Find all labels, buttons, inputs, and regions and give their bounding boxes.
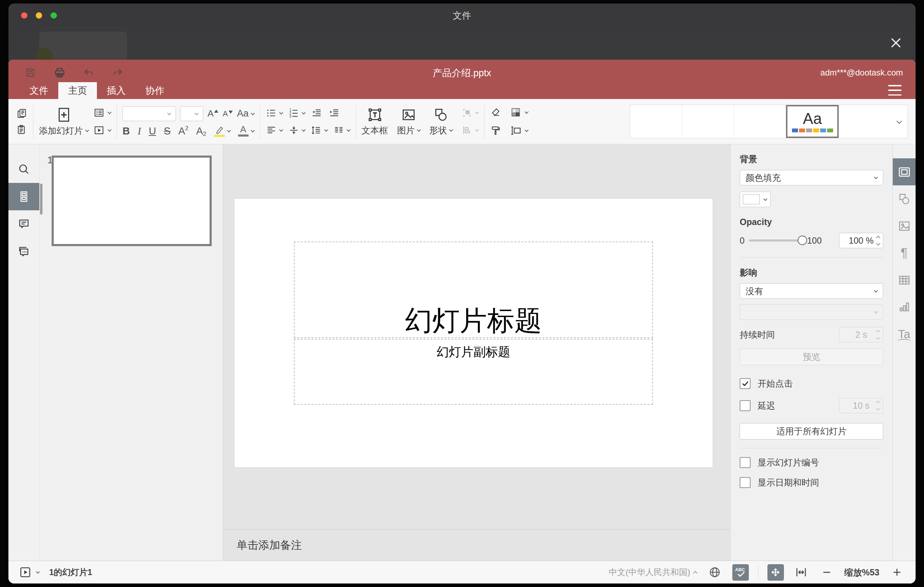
effect-select[interactable]: 没有: [740, 283, 883, 299]
delay-checkbox[interactable]: [740, 400, 751, 411]
change-layout-button[interactable]: [93, 107, 111, 118]
table-settings-icon[interactable]: [893, 267, 916, 294]
tab-insert[interactable]: 插入: [97, 82, 135, 99]
duration-input[interactable]: 2 s: [839, 327, 883, 342]
save-icon[interactable]: [25, 67, 36, 79]
shape-settings-icon[interactable]: [893, 185, 916, 213]
search-icon[interactable]: [8, 155, 39, 183]
slides-panel-icon[interactable]: [8, 183, 39, 210]
slide-size-button[interactable]: [510, 125, 528, 137]
duration-label: 持续时间: [740, 329, 775, 341]
clear-style-button[interactable]: [490, 107, 501, 118]
theme-thumbnail[interactable]: [734, 105, 786, 138]
print-icon[interactable]: [53, 66, 66, 79]
start-preview-icon[interactable]: [19, 566, 31, 579]
chart-settings-icon[interactable]: [893, 294, 916, 320]
redo-icon[interactable]: [112, 67, 124, 79]
bullets-button[interactable]: [266, 107, 282, 119]
copy-style-button[interactable]: [490, 125, 501, 136]
show-slide-number-checkbox[interactable]: [740, 457, 751, 468]
subscript-button[interactable]: A2: [196, 125, 206, 137]
theme-thumbnail[interactable]: [839, 105, 891, 138]
arrange-shape-button[interactable]: [462, 107, 478, 118]
horizontal-align-button[interactable]: [266, 125, 282, 136]
select-colors-button[interactable]: [510, 106, 528, 118]
close-traffic-light[interactable]: [21, 12, 27, 18]
tab-collaboration[interactable]: 协作: [135, 82, 174, 99]
paste-icon[interactable]: [16, 124, 27, 135]
theme-gallery-expand-button[interactable]: [891, 105, 908, 138]
columns-button[interactable]: [333, 125, 350, 136]
insert-textbox-button[interactable]: 文本框: [361, 107, 388, 136]
underline-button[interactable]: U: [149, 125, 156, 137]
image-settings-icon[interactable]: [893, 213, 916, 239]
menu-icon[interactable]: [888, 85, 901, 96]
bold-button[interactable]: B: [122, 125, 130, 137]
tab-file[interactable]: 文件: [20, 82, 58, 99]
theme-thumbnail-selected[interactable]: Aa: [786, 105, 839, 138]
zoom-traffic-light[interactable]: [51, 12, 57, 18]
copy-icon[interactable]: [16, 108, 27, 119]
align-shape-button[interactable]: [462, 125, 478, 135]
font-name-select[interactable]: [122, 106, 176, 121]
tab-home[interactable]: 主页: [58, 82, 97, 99]
theme-thumbnail[interactable]: [630, 105, 682, 138]
show-date-time-checkbox[interactable]: [740, 477, 751, 488]
paragraph-settings-icon[interactable]: ¶: [893, 239, 916, 267]
fit-to-slide-button[interactable]: [767, 564, 784, 581]
comments-icon[interactable]: [8, 210, 39, 238]
line-spacing-button[interactable]: [311, 125, 328, 136]
textart-settings-icon[interactable]: Ta: [893, 320, 916, 348]
start-on-click-checkbox[interactable]: [740, 378, 751, 389]
apply-to-all-button[interactable]: 适用于所有幻灯片: [740, 423, 883, 440]
zoom-out-button[interactable]: [819, 564, 835, 581]
increase-indent-button[interactable]: [328, 107, 340, 119]
delay-input[interactable]: 10 s: [839, 398, 883, 413]
effect-type-select[interactable]: [740, 304, 883, 320]
spellcheck-toggle[interactable]: ABC: [732, 564, 749, 581]
notes-area[interactable]: 单击添加备注: [223, 529, 730, 561]
undo-icon[interactable]: [83, 67, 95, 79]
start-slideshow-button[interactable]: [93, 125, 111, 136]
vertical-align-button[interactable]: [288, 125, 305, 136]
language-selector[interactable]: 中文(中华人民共和国): [609, 567, 698, 578]
font-size-select[interactable]: [180, 106, 203, 121]
background-color-picker[interactable]: [740, 192, 771, 207]
fit-to-width-button[interactable]: [793, 564, 810, 581]
change-case-button[interactable]: Aa: [237, 108, 254, 119]
chat-icon[interactable]: [8, 238, 39, 265]
slide-surface[interactable]: 幻灯片标题 幻灯片副标题: [234, 199, 713, 467]
minimize-traffic-light[interactable]: [36, 12, 42, 18]
title-placeholder[interactable]: 幻灯片标题: [294, 242, 653, 338]
strikeout-button[interactable]: S: [164, 125, 171, 137]
close-icon[interactable]: [888, 35, 904, 51]
superscript-button[interactable]: A2: [178, 125, 188, 137]
preview-button[interactable]: 预览: [740, 349, 883, 365]
document-language-icon[interactable]: [707, 564, 723, 581]
italic-button[interactable]: I: [138, 125, 141, 137]
status-left: 1的幻灯片1: [19, 566, 92, 579]
opacity-min-label: 0: [740, 236, 744, 246]
decrease-indent-button[interactable]: [311, 107, 323, 119]
background-fill-select[interactable]: 颜色填充: [740, 170, 883, 185]
spin-arrows[interactable]: [876, 233, 880, 248]
opacity-slider-row: 0 100 100 %: [740, 233, 883, 248]
opacity-slider-knob[interactable]: [798, 236, 807, 245]
highlight-color-button[interactable]: [214, 125, 225, 137]
thumbnails-scrollbar[interactable]: [40, 184, 43, 214]
slide-thumbnail-1[interactable]: [51, 155, 212, 246]
slide-settings-icon[interactable]: [893, 158, 916, 185]
preview-options-chevron-icon[interactable]: [36, 570, 40, 574]
zoom-in-button[interactable]: [889, 564, 905, 581]
insert-shape-button[interactable]: 形状: [429, 107, 452, 136]
increase-font-button[interactable]: A: [208, 108, 218, 119]
opacity-slider[interactable]: [749, 239, 802, 242]
insert-image-button[interactable]: 图片: [397, 107, 420, 136]
add-slide-button[interactable]: 添加幻灯片: [39, 107, 89, 137]
font-color-button[interactable]: A: [238, 125, 249, 137]
subtitle-placeholder[interactable]: 幻灯片副标题: [294, 339, 653, 405]
theme-thumbnail[interactable]: [682, 105, 734, 138]
opacity-value-input[interactable]: 100 %: [839, 233, 883, 248]
decrease-font-button[interactable]: A: [223, 109, 233, 118]
numbering-button[interactable]: 123: [288, 107, 305, 119]
